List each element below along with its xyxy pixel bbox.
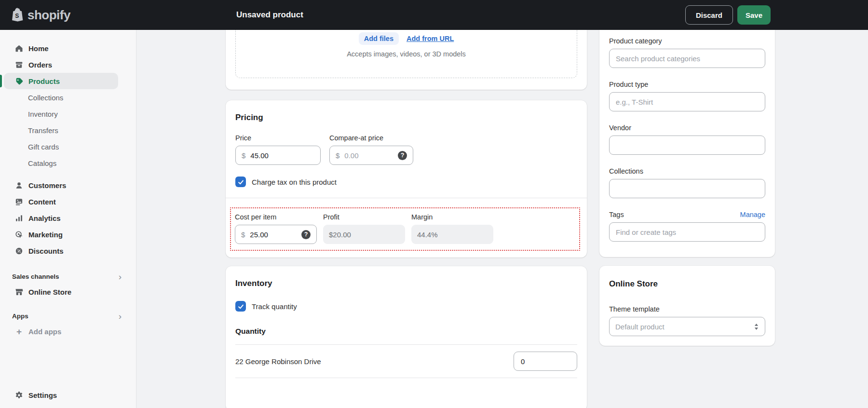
media-actions: Add files Add from URL: [359, 32, 454, 45]
margin-group: Margin 44.4%: [411, 213, 493, 244]
shopify-wordmark: shopify: [27, 8, 70, 23]
topbar: S shopify Unsaved product Discard Save: [0, 0, 868, 30]
svg-text:S: S: [15, 13, 19, 19]
product-category-field: Product category: [609, 37, 765, 68]
track-quantity-label: Track quantity: [252, 302, 297, 311]
online-store-title: Online Store: [609, 279, 765, 289]
save-button[interactable]: Save: [737, 5, 771, 25]
help-icon[interactable]: ?: [398, 151, 407, 160]
manage-tags-link[interactable]: Manage: [740, 211, 765, 218]
sidebar-item-content[interactable]: Content: [4, 193, 118, 210]
online-store-card: Online Store Theme template Default prod…: [599, 266, 775, 346]
topbar-actions: Discard Save: [685, 5, 771, 25]
vendor-input[interactable]: [609, 136, 765, 155]
sidebar-item-discounts[interactable]: Discounts: [4, 243, 118, 259]
pricing-fields-row: Price $ Compare-at price $ ?: [235, 134, 577, 165]
compare-at-input[interactable]: [344, 151, 398, 160]
add-files-button[interactable]: Add files: [359, 32, 399, 45]
sidebar-item-transfers[interactable]: Transfers: [4, 122, 118, 138]
margin-readonly-field: 44.4%: [411, 225, 493, 244]
cost-per-item-input-box: $ ?: [235, 225, 317, 244]
media-dropzone[interactable]: Add files Add from URL Accepts images, v…: [235, 30, 577, 78]
chevron-right-icon: ›: [119, 272, 122, 281]
products-tag-icon: [14, 77, 24, 86]
discounts-icon: [14, 246, 24, 256]
location-name: 22 George Robinson Drive: [235, 357, 321, 366]
sidebar-item-inventory[interactable]: Inventory: [4, 106, 118, 122]
sidebar-item-label: Discounts: [28, 247, 64, 255]
cost-per-item-group: Cost per item $ ?: [235, 213, 317, 244]
discard-button[interactable]: Discard: [685, 5, 733, 25]
content-area: Add files Add from URL Accepts images, v…: [136, 30, 868, 408]
sidebar-item-label: Settings: [28, 391, 57, 399]
help-icon[interactable]: ?: [301, 230, 311, 239]
charge-tax-checkbox[interactable]: [235, 177, 246, 187]
theme-template-label: Theme template: [609, 305, 765, 313]
sidebar-item-collections[interactable]: Collections: [4, 89, 118, 106]
sidebar-item-label: Home: [28, 44, 49, 53]
product-organization-card: Product category Product type Vendor Col…: [599, 30, 775, 257]
track-quantity-checkbox[interactable]: [235, 301, 246, 312]
sidebar-section-sales-channels[interactable]: Sales channels ›: [0, 269, 136, 284]
sidebar-item-label: Online Store: [28, 288, 71, 296]
compare-at-input-box: $ ?: [329, 146, 413, 165]
collections-field: Collections: [609, 167, 765, 198]
sidebar-item-marketing[interactable]: Marketing: [4, 226, 118, 243]
currency-prefix: $: [241, 231, 245, 239]
sidebar-item-gift-cards[interactable]: Gift cards: [4, 138, 118, 155]
sidebar-item-label: Catalogs: [28, 159, 56, 167]
sidebar-section-apps[interactable]: Apps ›: [0, 309, 136, 323]
sidebar: Home Orders Products Collections Invento…: [0, 30, 136, 408]
orders-icon: [14, 60, 24, 69]
sidebar-item-products[interactable]: Products: [4, 73, 118, 89]
profit-readonly-field: $20.00: [323, 225, 405, 244]
sidebar-item-label: Marketing: [28, 231, 63, 239]
sidebar-item-online-store[interactable]: Online Store: [4, 284, 118, 300]
sidebar-item-customers[interactable]: Customers: [4, 177, 118, 193]
sidebar-item-orders[interactable]: Orders: [4, 56, 118, 73]
tags-label-row: Tags Manage: [609, 211, 765, 218]
charge-tax-row: Charge tax on this product: [235, 177, 577, 187]
sidebar-item-label: Products: [28, 77, 60, 85]
sidebar-item-settings[interactable]: Settings: [4, 387, 118, 403]
gear-icon: [14, 391, 24, 400]
sidebar-item-add-apps[interactable]: + Add apps: [4, 323, 118, 340]
cost-per-item-label: Cost per item: [235, 213, 317, 221]
product-category-label: Product category: [609, 37, 765, 45]
home-icon: [14, 44, 24, 53]
sidebar-settings-container: Settings: [0, 387, 136, 403]
analytics-icon: [14, 214, 24, 223]
add-from-url-link[interactable]: Add from URL: [407, 35, 454, 42]
location-quantity-row: 22 George Robinson Drive: [235, 345, 577, 378]
vendor-field: Vendor: [609, 124, 765, 155]
product-page: Add files Add from URL Accepts images, v…: [226, 30, 775, 408]
sidebar-item-home[interactable]: Home: [4, 40, 118, 56]
apps-label: Apps: [12, 313, 28, 320]
compare-at-field-group: Compare-at price $ ?: [329, 134, 413, 165]
online-store-icon: [14, 287, 24, 297]
price-input[interactable]: [250, 151, 314, 160]
theme-template-select[interactable]: Default product: [609, 317, 765, 336]
product-category-input[interactable]: [609, 49, 765, 68]
sidebar-item-analytics[interactable]: Analytics: [4, 210, 118, 226]
app-frame: Home Orders Products Collections Invento…: [0, 30, 868, 408]
track-quantity-row: Track quantity: [235, 301, 577, 312]
select-stepper-icon: [754, 323, 759, 330]
theme-template-value: Default product: [615, 323, 665, 331]
quantity-heading: Quantity: [235, 327, 577, 336]
shopify-logo[interactable]: S shopify: [11, 7, 70, 23]
tags-input[interactable]: [609, 222, 765, 242]
product-type-input[interactable]: [609, 92, 765, 111]
collections-input[interactable]: [609, 179, 765, 198]
cost-per-item-input[interactable]: [250, 231, 301, 239]
sidebar-item-catalogs[interactable]: Catalogs: [4, 155, 118, 171]
tags-field: Tags Manage: [609, 211, 765, 242]
charge-tax-label: Charge tax on this product: [252, 178, 337, 186]
price-field-group: Price $: [235, 134, 321, 165]
sidebar-item-label: Transfers: [28, 126, 58, 135]
divider: [235, 378, 577, 378]
product-type-label: Product type: [609, 81, 765, 88]
location-quantity-input[interactable]: [514, 352, 577, 371]
media-card: Add files Add from URL Accepts images, v…: [226, 30, 587, 90]
margin-label: Margin: [411, 213, 493, 221]
